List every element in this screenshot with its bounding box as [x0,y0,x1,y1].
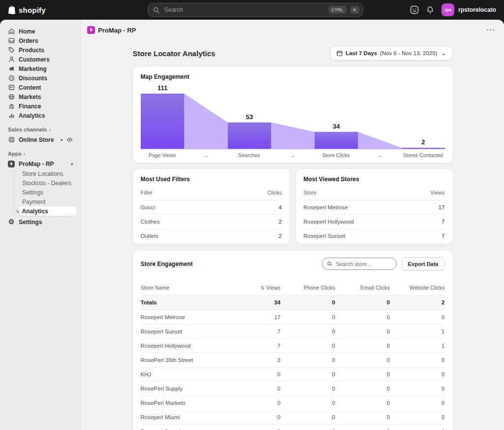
sidebar-item-label: Customers [19,56,50,63]
apps-header[interactable]: Apps › [8,151,73,157]
sidebar-item-finance[interactable]: Finance [4,101,77,111]
funnel-value-label: 34 [333,123,340,130]
export-data-button[interactable]: Export Data [402,257,445,270]
sidebar-item-promap-app[interactable]: ProMap - RP • [4,159,77,168]
sidebar-item-settings[interactable]: ⚙ Settings [4,217,77,227]
global-search[interactable]: CTRL K [148,3,363,17]
sidebar-item-products[interactable]: Products [4,45,77,55]
cell-value: 0 [390,314,444,320]
card-title: Map Engagement [141,73,445,80]
card-title: Store Engagement [141,261,193,267]
sidebar-item-customers[interactable]: Customers [4,55,77,64]
online-store-icon [8,136,15,143]
sidebar-item-content[interactable]: Content [4,83,77,92]
sidebar-subitem-store-locations[interactable]: Store Locations [18,169,77,178]
item-value: 2 [279,233,282,239]
funnel-stage-label: Store Clicks [315,152,358,158]
funnel-stage-label: Page Views [141,152,184,158]
chevron-down-icon: ⌄ [441,51,446,55]
cell-value: 0 [335,299,390,305]
item-name: Roseperl Sunset [304,233,346,239]
date-range-picker[interactable]: Last 7 Days (Nov 6 - Nov 13, 2025) ⌄ [330,46,452,61]
search-icon [327,261,332,266]
content-icon [8,84,15,91]
map-engagement-card: Map Engagement 11153342 Page Views→Searc… [133,66,453,163]
sidebar-item-label: Home [19,28,35,35]
cell-value: 0 [390,386,444,392]
store-search-input[interactable] [335,261,391,267]
store-search[interactable] [322,258,397,270]
most-viewed-stores-card: Most Viewed Stores Store Views Roseperl … [296,169,453,244]
cell-value: 3 [232,357,281,363]
funnel-chart: 11153342 [141,84,445,150]
item-name: Clothes [141,219,160,225]
sidebar-item-marketing[interactable]: Marketing [4,64,77,73]
preview-eye-button[interactable] [66,136,73,143]
kbd-ctrl: CTRL [329,6,346,14]
list-item: Gucci4 [141,200,282,215]
sidebar-item-markets[interactable]: Markets [4,92,77,101]
eye-icon [66,136,73,143]
cell-value: 0 [335,314,390,320]
cell-value: 0 [281,299,335,305]
sidebar-subitem-stockists-dealers[interactable]: Stockists - Dealers [18,178,77,188]
cell-value: 1 [390,329,444,334]
sub-arrow-icon: ↳ [16,208,20,214]
column-header-views-sortable[interactable]: ⇅Views [232,285,281,291]
funnel-value-label: 53 [246,113,252,121]
totals-label: Totals [141,299,232,305]
store-name: Roseperl Sunset [141,329,232,334]
funnel-connector [271,123,314,149]
global-search-input[interactable] [163,6,325,14]
sidebar-item-label: Settings [19,219,42,226]
sidekick-button[interactable] [410,5,419,14]
gear-icon: ⚙ [8,219,15,225]
sidebar-item-home[interactable]: Home [4,27,77,36]
funnel-value-label: 2 [421,138,425,146]
cell-value: 0 [281,400,335,406]
sidebar-item-discounts[interactable]: Discounts [4,73,77,83]
table-row: Roseperl Beverly0000 [141,424,445,430]
store-engagement-card: Store Engagement Export Data Store Name … [133,250,453,430]
bell-icon [426,6,434,14]
item-value: 17 [439,204,445,210]
page-content: Store Locator Analytics Last 7 Days (Nov… [133,46,453,430]
most-used-filters-card: Most Used Filters Filter Clicks Gucci4Cl… [133,169,290,244]
more-actions-button[interactable]: ⋯ [486,28,495,33]
user-menu[interactable]: rps rpstorelocato [441,3,496,16]
cell-value: 7 [232,343,281,349]
sort-icon: ⇅ [260,285,264,291]
analytics-icon [8,112,15,119]
cell-value: 0 [335,386,390,392]
sidebar-item-online-store[interactable]: Online Store • [4,135,77,144]
cell-value: 0 [281,357,335,363]
ellipsis-icon: ⋯ [486,25,495,34]
sidebar-subitem-analytics-selected[interactable]: ↳ Analytics [18,206,77,216]
sidebar-item-orders[interactable]: Orders [4,36,77,45]
most-viewed-stores-rows: Roseperl Melrose17Roseperl Hollywood7Ros… [304,200,445,243]
sidekick-icon [410,5,419,14]
arrow-right-icon: → [271,152,314,158]
sidebar-subitem-payment[interactable]: Payment [18,197,77,206]
app-breadcrumb[interactable]: ProMap - RP [87,26,136,34]
shopify-bag-icon [8,5,16,15]
funnel-connector [358,132,401,149]
sidebar-item-analytics[interactable]: Analytics [4,111,77,120]
list-item: Roseperl Melrose17 [304,200,445,215]
notifications-button[interactable] [426,6,434,14]
cell-value: 7 [232,329,281,334]
list-item: Roseperl Sunset7 [304,229,445,243]
cell-value: 1 [390,343,444,349]
cell-value: 0 [232,400,281,406]
sales-channels-header[interactable]: Sales channels › [8,127,73,132]
sidebar-subitem-settings[interactable]: Settings [18,188,77,197]
sidebar-item-label: ProMap - RP [19,161,54,167]
shopify-logo[interactable]: shopify [8,5,46,15]
item-value: 7 [441,233,444,239]
cell-value: 0 [281,414,335,420]
cell-value: 0 [335,371,390,377]
sales-channels-label: Sales channels [8,127,47,132]
customers-icon [8,56,15,63]
sidebar-subitem-label: Settings [22,189,43,196]
promap-app-icon [87,26,95,34]
